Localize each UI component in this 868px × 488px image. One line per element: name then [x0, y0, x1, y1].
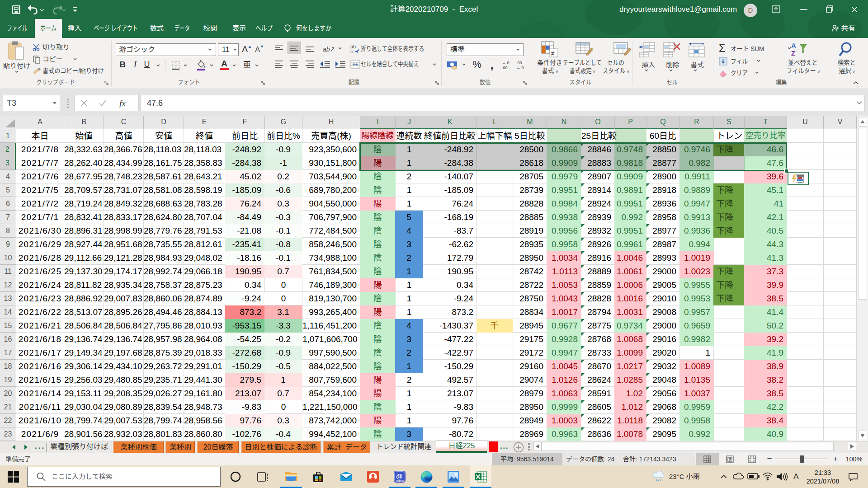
- svg-text:≠: ≠: [551, 50, 555, 57]
- svg-text:→.0: →.0: [516, 66, 524, 70]
- svg-text:menu: menu: [396, 479, 404, 482]
- svg-text:A: A: [791, 42, 796, 49]
- svg-text:.00: .00: [502, 66, 508, 70]
- svg-text:Z: Z: [791, 49, 795, 57]
- svg-text:c: c: [350, 49, 353, 54]
- svg-text:.00: .00: [516, 61, 522, 65]
- svg-text:ab: ab: [323, 46, 330, 53]
- svg-text:←.0: ←.0: [502, 61, 509, 65]
- svg-text:fx: fx: [119, 99, 126, 108]
